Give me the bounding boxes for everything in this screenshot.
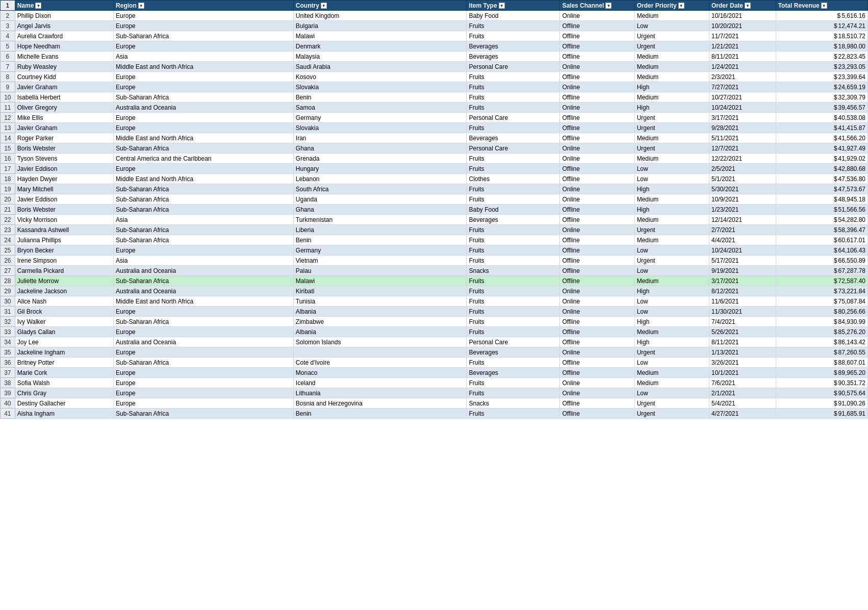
cell-sales-channel[interactable]: Offline — [560, 174, 634, 184]
cell-sales-channel[interactable]: Offline — [560, 266, 634, 276]
cell-item-type[interactable]: Baby Food — [467, 205, 560, 215]
cell-region[interactable]: Europe — [114, 347, 294, 358]
cell-name[interactable]: Aurelia Crawford — [15, 31, 113, 41]
cell-sales-channel[interactable]: Offline — [560, 215, 634, 225]
cell-region[interactable]: Sub-Saharan Africa — [114, 143, 294, 154]
cell-total-revenue[interactable]: $90,575.64 — [776, 388, 867, 398]
cell-item-type[interactable]: Fruits — [467, 82, 560, 92]
cell-item-type[interactable]: Fruits — [467, 296, 560, 307]
cell-item-type[interactable]: Fruits — [467, 194, 560, 205]
cell-name[interactable]: Joy Lee — [15, 337, 113, 347]
cell-name[interactable]: Jackeline Jackson — [15, 286, 113, 296]
cell-name[interactable]: Ruby Weasley — [15, 62, 113, 72]
cell-item-type[interactable]: Fruits — [467, 307, 560, 317]
cell-item-type[interactable]: Fruits — [467, 103, 560, 113]
cell-order-date[interactable]: 1/23/2021 — [709, 205, 776, 215]
cell-region[interactable]: Sub-Saharan Africa — [114, 225, 294, 235]
cell-country[interactable]: Tunisia — [293, 296, 467, 307]
cell-total-revenue[interactable]: $41,415.87 — [776, 123, 867, 133]
total-revenue-filter-arrow[interactable]: ▼ — [821, 3, 827, 9]
cell-order-date[interactable]: 1/13/2021 — [709, 347, 776, 358]
cell-country[interactable]: Lebanon — [293, 174, 467, 184]
cell-sales-channel[interactable]: Offline — [560, 398, 634, 409]
cell-item-type[interactable]: Fruits — [467, 184, 560, 194]
cell-order-priority[interactable]: High — [634, 184, 709, 194]
cell-name[interactable]: Ivy Walker — [15, 317, 113, 327]
cell-country[interactable]: Denmark — [293, 41, 467, 52]
cell-country[interactable]: Ghana — [293, 143, 467, 154]
cell-region[interactable]: Europe — [114, 245, 294, 256]
cell-name[interactable]: Carmella Pickard — [15, 266, 113, 276]
cell-order-date[interactable]: 9/19/2021 — [709, 266, 776, 276]
cell-item-type[interactable]: Fruits — [467, 235, 560, 245]
cell-order-date[interactable]: 2/1/2021 — [709, 388, 776, 398]
cell-country[interactable]: Bosnia and Herzegovina — [293, 398, 467, 409]
cell-total-revenue[interactable]: $87,260.55 — [776, 347, 867, 358]
cell-order-priority[interactable]: Low — [634, 21, 709, 31]
cell-order-priority[interactable]: Low — [634, 266, 709, 276]
header-order-date[interactable]: Order Date ▼ — [709, 1, 776, 11]
cell-region[interactable]: Europe — [114, 378, 294, 388]
cell-name[interactable]: Kassandra Ashwell — [15, 225, 113, 235]
cell-name[interactable]: Hayden Dwyer — [15, 174, 113, 184]
cell-country[interactable]: Palau — [293, 266, 467, 276]
cell-order-priority[interactable]: Urgent — [634, 256, 709, 266]
cell-name[interactable]: Angel Jarvis — [15, 21, 113, 31]
cell-name[interactable]: Oliver Gregory — [15, 103, 113, 113]
cell-sales-channel[interactable]: Offline — [560, 327, 634, 337]
cell-total-revenue[interactable]: $54,282.80 — [776, 215, 867, 225]
cell-total-revenue[interactable]: $91,090.26 — [776, 398, 867, 409]
cell-country[interactable]: Albania — [293, 327, 467, 337]
cell-sales-channel[interactable]: Offline — [560, 256, 634, 266]
cell-order-date[interactable]: 7/4/2021 — [709, 317, 776, 327]
cell-order-date[interactable]: 3/26/2021 — [709, 358, 776, 368]
cell-order-date[interactable]: 8/12/2021 — [709, 286, 776, 296]
cell-country[interactable]: Germany — [293, 245, 467, 256]
cell-sales-channel[interactable]: Online — [560, 296, 634, 307]
cell-region[interactable]: Sub-Saharan Africa — [114, 317, 294, 327]
cell-country[interactable]: Iceland — [293, 378, 467, 388]
cell-item-type[interactable]: Fruits — [467, 225, 560, 235]
cell-sales-channel[interactable]: Online — [560, 82, 634, 92]
cell-total-revenue[interactable]: $12,474.21 — [776, 21, 867, 31]
cell-order-priority[interactable]: Low — [634, 307, 709, 317]
cell-item-type[interactable]: Clothes — [467, 174, 560, 184]
cell-order-date[interactable]: 5/1/2021 — [709, 174, 776, 184]
cell-order-priority[interactable]: Low — [634, 245, 709, 256]
cell-region[interactable]: Europe — [114, 307, 294, 317]
cell-sales-channel[interactable]: Offline — [560, 276, 634, 286]
cell-item-type[interactable]: Personal Care — [467, 113, 560, 123]
cell-region[interactable]: Sub-Saharan Africa — [114, 184, 294, 194]
cell-order-date[interactable]: 4/4/2021 — [709, 235, 776, 245]
cell-order-priority[interactable]: Low — [634, 164, 709, 174]
cell-sales-channel[interactable]: Online — [560, 378, 634, 388]
cell-region[interactable]: Sub-Saharan Africa — [114, 31, 294, 41]
cell-region[interactable]: Europe — [114, 388, 294, 398]
cell-item-type[interactable]: Fruits — [467, 92, 560, 103]
cell-total-revenue[interactable]: $91,685.91 — [776, 409, 867, 419]
cell-sales-channel[interactable]: Offline — [560, 337, 634, 347]
cell-total-revenue[interactable]: $42,880.68 — [776, 164, 867, 174]
cell-sales-channel[interactable]: Online — [560, 307, 634, 317]
cell-order-date[interactable]: 3/17/2021 — [709, 113, 776, 123]
cell-name[interactable]: Aisha Ingham — [15, 409, 113, 419]
cell-sales-channel[interactable]: Offline — [560, 72, 634, 82]
cell-total-revenue[interactable]: $39,456.57 — [776, 103, 867, 113]
cell-name[interactable]: Hope Needham — [15, 41, 113, 52]
cell-total-revenue[interactable]: $18,510.72 — [776, 31, 867, 41]
cell-sales-channel[interactable]: Offline — [560, 317, 634, 327]
cell-order-date[interactable]: 10/24/2021 — [709, 103, 776, 113]
cell-item-type[interactable]: Fruits — [467, 154, 560, 164]
cell-item-type[interactable]: Fruits — [467, 388, 560, 398]
cell-country[interactable]: Solomon Islands — [293, 337, 467, 347]
cell-sales-channel[interactable]: Offline — [560, 113, 634, 123]
cell-country[interactable] — [293, 347, 467, 358]
cell-order-date[interactable]: 2/5/2021 — [709, 164, 776, 174]
cell-total-revenue[interactable]: $58,396.47 — [776, 225, 867, 235]
cell-name[interactable]: Sofia Walsh — [15, 378, 113, 388]
country-filter-arrow[interactable]: ▼ — [321, 3, 327, 9]
cell-item-type[interactable]: Snacks — [467, 266, 560, 276]
cell-order-date[interactable]: 2/7/2021 — [709, 225, 776, 235]
cell-country[interactable]: Hungary — [293, 164, 467, 174]
cell-region[interactable]: Sub-Saharan Africa — [114, 409, 294, 419]
